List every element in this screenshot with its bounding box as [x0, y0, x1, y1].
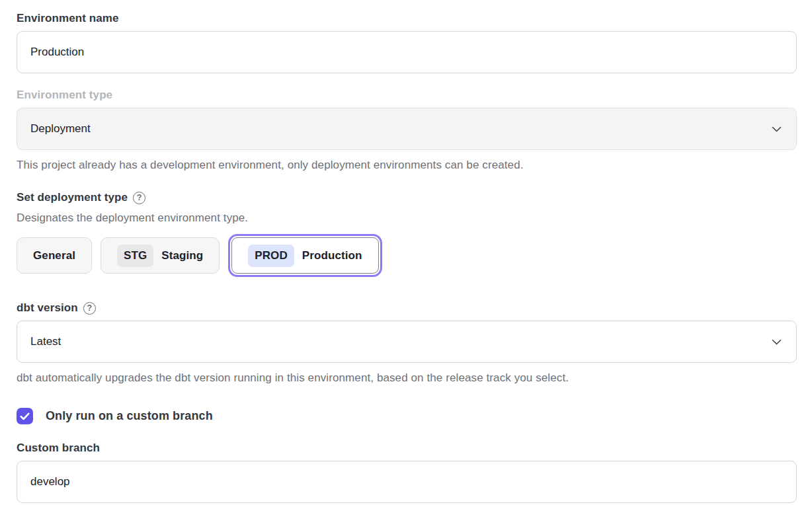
help-icon[interactable]: ? — [83, 302, 96, 315]
environment-type-helper: This project already has a development e… — [17, 159, 797, 172]
dbt-version-helper: dbt automatically upgrades the dbt versi… — [17, 371, 797, 385]
environment-type-field: Environment type Deployment This project… — [17, 89, 797, 172]
dbt-version-label: dbt version — [17, 301, 78, 315]
option-label: Staging — [161, 249, 203, 262]
option-label: General — [33, 249, 75, 262]
chevron-down-icon — [772, 126, 782, 132]
environment-type-value: Deployment — [30, 122, 91, 136]
deployment-type-option-general[interactable]: General — [17, 237, 92, 274]
deployment-type-option-production[interactable]: PROD Production — [231, 237, 378, 274]
check-icon — [20, 412, 30, 420]
custom-branch-checkbox[interactable] — [17, 408, 33, 424]
deployment-type-options: General STG Staging PROD Production — [17, 234, 797, 277]
dbt-version-field: dbt version ? Latest dbt automatically u… — [17, 301, 797, 385]
option-label: Production — [302, 249, 362, 262]
custom-branch-toggle-row: Only run on a custom branch — [17, 408, 797, 424]
selected-option-focus-ring: PROD Production — [228, 234, 382, 277]
custom-branch-field: Custom branch — [17, 442, 797, 503]
deployment-type-helper: Designates the deployment environment ty… — [17, 212, 797, 225]
production-badge: PROD — [248, 245, 294, 267]
custom-branch-label: Custom branch — [17, 442, 797, 455]
deployment-type-field: Set deployment type ? Designates the dep… — [17, 191, 797, 277]
dbt-version-select[interactable]: Latest — [17, 321, 797, 363]
help-icon[interactable]: ? — [133, 192, 145, 204]
staging-badge: STG — [117, 245, 153, 267]
environment-name-field: Environment name — [17, 12, 797, 73]
deployment-type-label: Set deployment type — [17, 191, 128, 204]
dbt-version-value: Latest — [30, 335, 61, 348]
custom-branch-toggle-label: Only run on a custom branch — [46, 409, 213, 423]
environment-name-label: Environment name — [17, 12, 797, 25]
deployment-type-option-staging[interactable]: STG Staging — [101, 237, 220, 274]
environment-name-input[interactable] — [17, 31, 797, 73]
environment-type-select[interactable]: Deployment — [17, 108, 797, 150]
chevron-down-icon — [772, 339, 782, 345]
custom-branch-input[interactable] — [17, 461, 797, 503]
environment-type-label: Environment type — [17, 89, 797, 102]
environment-settings-form: Environment name Environment type Deploy… — [17, 12, 797, 503]
